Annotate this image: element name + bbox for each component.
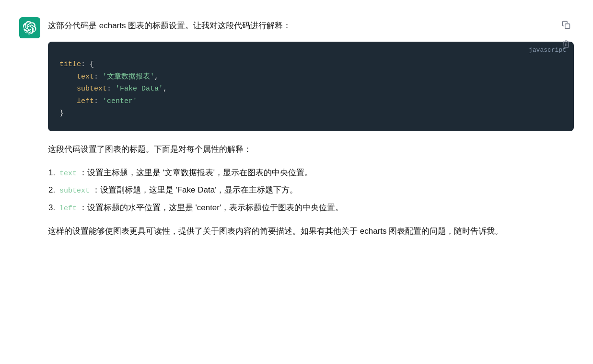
list-item-3-code: left [59,205,77,213]
explanation-list: text ：设置主标题，这里是 '文章数据报表'，显示在图表的中央位置。 sub… [48,166,574,216]
message-content: 这部分代码是 echarts 图表的标题设置。让我对这段代码进行解释： java… [48,17,574,239]
code-line-3: subtext: 'Fake Data', [59,83,562,95]
footer-text: 这样的设置能够使图表更具可读性，提供了关于图表内容的简要描述。如果有其他关于 e… [48,225,574,239]
list-item-2: subtext ：设置副标题，这里是 'Fake Data'，显示在主标题下方。 [58,183,574,197]
code-block-header: javascript [48,42,574,57]
code-value-subtext: 'Fake Data' [116,85,163,93]
list-item-3-desc: ：设置标题的水平位置，这里是 'center'，表示标题位于图表的中央位置。 [79,203,343,212]
list-item-1-desc: ：设置主标题，这里是 '文章数据报表'，显示在图表的中央位置。 [79,168,313,177]
list-item-1-code: text [59,170,77,178]
code-block-body: title: { text: '文章数据报表', subtext: 'Fake … [48,57,574,131]
trash-icon [562,40,570,48]
code-keyword-left: left [77,97,94,105]
openai-logo-icon [23,21,36,34]
page-container: 这部分代码是 echarts 图表的标题设置。让我对这段代码进行解释： java… [0,0,593,265]
code-value-left: 'center' [103,97,137,105]
avatar [19,17,40,38]
delete-button[interactable] [558,36,574,52]
list-item-1: text ：设置主标题，这里是 '文章数据报表'，显示在图表的中央位置。 [58,166,574,180]
intro-text: 这部分代码是 echarts 图表的标题设置。让我对这段代码进行解释： [48,19,574,32]
explanation-intro-text: 这段代码设置了图表的标题。下面是对每个属性的解释： [48,143,574,157]
code-line-5: } [59,107,562,120]
list-item-2-desc: ：设置副标题，这里是 'Fake Data'，显示在主标题下方。 [92,185,298,194]
code-line-4: left: 'center' [59,95,562,108]
code-keyword-subtext: subtext [77,85,107,93]
list-item-2-code: subtext [59,187,90,195]
svg-rect-0 [565,24,570,29]
message-block: 这部分代码是 echarts 图表的标题设置。让我对这段代码进行解释： java… [19,10,574,246]
copy-icon [562,21,570,29]
code-block-wrapper: javascript title: { text: '文章数据报表', subt… [48,42,574,131]
action-buttons [558,17,574,52]
code-value-text: '文章数据报表' [103,73,154,81]
code-keyword-text: text [77,73,94,81]
code-keyword-title: title [59,60,81,68]
code-line-2: text: '文章数据报表', [59,71,562,83]
list-item-3: left ：设置标题的水平位置，这里是 'center'，表示标题位于图表的中央… [58,201,574,215]
code-line-1: title: { [59,58,562,71]
copy-button[interactable] [558,17,574,33]
